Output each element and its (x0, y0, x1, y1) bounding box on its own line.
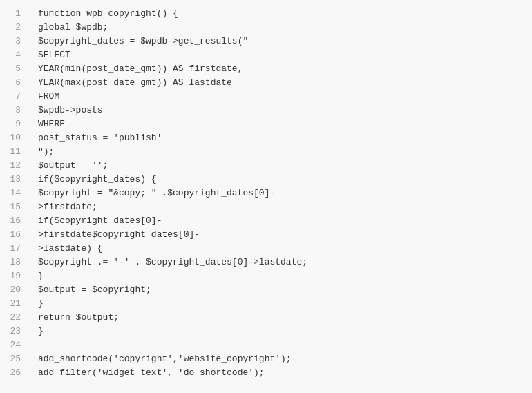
line-code: if($copyright_dates) { (35, 173, 532, 186)
line-code: post_status = 'publish' (35, 131, 532, 145)
table-row: 22return $output; (0, 311, 532, 325)
line-number: 15 (0, 200, 35, 214)
table-row: 1function wpb_copyright() { (0, 7, 532, 21)
line-code: >firstdate$copyright_dates[0]- (35, 228, 532, 242)
line-number: 13 (0, 173, 35, 186)
line-code: function wpb_copyright() { (35, 7, 532, 21)
line-number: 16 (0, 214, 35, 228)
line-code: SELECT (35, 48, 532, 62)
table-row: 19} (0, 269, 532, 283)
line-code: YEAR(min(post_date_gmt)) AS firstdate, (35, 62, 532, 76)
line-number: 10 (0, 131, 35, 145)
table-row: 12$output = ''; (0, 159, 532, 173)
line-number: 21 (0, 297, 35, 311)
line-code (35, 338, 532, 352)
table-row: 3$copyright_dates = $wpdb->get_results(" (0, 35, 532, 48)
line-code: $output = $copyright; (35, 283, 532, 297)
table-row: 16>firstdate$copyright_dates[0]- (0, 228, 532, 242)
line-number: 25 (0, 352, 35, 366)
line-number: 18 (0, 256, 35, 269)
line-code: YEAR(max(post_date_gmt)) AS lastdate (35, 76, 532, 90)
line-code: >firstdate; (35, 200, 532, 214)
line-code: $copyright = "&copy; " .$copyright_dates… (35, 186, 532, 200)
line-code: FROM (35, 90, 532, 104)
table-row: 13if($copyright_dates) { (0, 173, 532, 186)
table-row: 15>firstdate; (0, 200, 532, 214)
table-row: 7FROM (0, 90, 532, 104)
line-number: 1 (0, 7, 35, 21)
line-number: 24 (0, 338, 35, 352)
line-number: 9 (0, 117, 35, 131)
line-code: WHERE (35, 117, 532, 131)
line-number: 26 (0, 366, 35, 380)
line-number: 8 (0, 104, 35, 117)
line-code: } (35, 325, 532, 338)
table-row: 25add_shortcode('copyright','website_cop… (0, 352, 532, 366)
line-number: 16 (0, 228, 35, 242)
table-row: 11"); (0, 145, 532, 159)
line-number: 5 (0, 62, 35, 76)
table-row: 2global $wpdb; (0, 21, 532, 35)
table-row: 16if($copyright_dates[0]- (0, 214, 532, 228)
line-code: $wpdb->posts (35, 104, 532, 117)
table-row: 20$output = $copyright; (0, 283, 532, 297)
line-code: >lastdate) { (35, 242, 532, 256)
code-viewer: 1function wpb_copyright() {2global $wpdb… (0, 0, 532, 393)
line-code: $copyright .= '-' . $copyright_dates[0]-… (35, 256, 532, 269)
line-number: 20 (0, 283, 35, 297)
line-number: 12 (0, 159, 35, 173)
table-row: 8$wpdb->posts (0, 104, 532, 117)
line-number: 11 (0, 145, 35, 159)
line-number: 6 (0, 76, 35, 90)
table-row: 26add_filter('widget_text', 'do_shortcod… (0, 366, 532, 380)
line-number: 4 (0, 48, 35, 62)
line-code: add_shortcode('copyright','website_copyr… (35, 352, 532, 366)
table-row: 23} (0, 325, 532, 338)
table-row: 6YEAR(max(post_date_gmt)) AS lastdate (0, 76, 532, 90)
code-table: 1function wpb_copyright() {2global $wpdb… (0, 7, 532, 380)
line-code: if($copyright_dates[0]- (35, 214, 532, 228)
line-code: "); (35, 145, 532, 159)
table-row: 10post_status = 'publish' (0, 131, 532, 145)
table-row: 21} (0, 297, 532, 311)
line-number: 23 (0, 325, 35, 338)
line-number: 7 (0, 90, 35, 104)
line-code: return $output; (35, 311, 532, 325)
line-number: 22 (0, 311, 35, 325)
table-row: 18$copyright .= '-' . $copyright_dates[0… (0, 256, 532, 269)
line-code: $copyright_dates = $wpdb->get_results(" (35, 35, 532, 48)
line-code: global $wpdb; (35, 21, 532, 35)
table-row: 24 (0, 338, 532, 352)
line-code: } (35, 269, 532, 283)
table-row: 9WHERE (0, 117, 532, 131)
line-number: 19 (0, 269, 35, 283)
line-number: 3 (0, 35, 35, 48)
table-row: 17>lastdate) { (0, 242, 532, 256)
line-code: $output = ''; (35, 159, 532, 173)
table-row: 14$copyright = "&copy; " .$copyright_dat… (0, 186, 532, 200)
table-row: 5YEAR(min(post_date_gmt)) AS firstdate, (0, 62, 532, 76)
table-row: 4SELECT (0, 48, 532, 62)
line-number: 14 (0, 186, 35, 200)
line-code: } (35, 297, 532, 311)
line-code: add_filter('widget_text', 'do_shortcode'… (35, 366, 532, 380)
line-number: 17 (0, 242, 35, 256)
line-number: 2 (0, 21, 35, 35)
